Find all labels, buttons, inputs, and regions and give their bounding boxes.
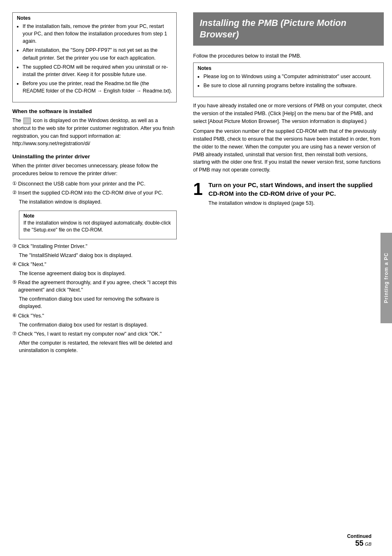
right-body-2: Compare the version number of the suppli… — [193, 127, 384, 174]
list-item: After installation, the "Sony DPP-FP97" … — [23, 46, 172, 61]
gb-label: GB — [365, 542, 371, 547]
install-header-title: Installing the PMB (Picture Motion Brows… — [200, 17, 377, 40]
step-num-2: ② — [12, 189, 17, 196]
note-text: If the installation window is not displa… — [23, 220, 172, 234]
side-tab: Printing from a PC — [380, 233, 392, 323]
step-3-sub: The "InstallShield Wizard" dialog box is… — [19, 252, 177, 259]
step-num-4: ④ — [12, 261, 17, 268]
when-installed-text: The icon is displayed on the Windows des… — [12, 117, 177, 148]
install-header-box: Installing the PMB (Picture Motion Brows… — [193, 12, 384, 46]
after-step6: The confirmation dialog box used for res… — [19, 321, 177, 329]
step-content-3: Click "Installing Printer Driver." — [18, 243, 177, 250]
large-step-1: 1 Turn on your PC, start Windows, and in… — [193, 181, 384, 207]
right-notes-list: Please log on to Windows using a "Comput… — [198, 73, 379, 89]
side-tab-text: Printing from a PC — [383, 253, 389, 303]
step-num-3: ③ — [12, 243, 17, 250]
list-item: Before you use the printer, read the Rea… — [23, 80, 172, 95]
right-notes-box: Notes Please log on to Windows using a "… — [193, 63, 384, 97]
left-column: Notes If the installation fails, remove … — [12, 12, 185, 544]
page-number-line: 55 GB — [347, 539, 371, 548]
step-content-5: Read the agreement thoroughly, and if yo… — [18, 279, 177, 294]
right-column: Installing the PMB (Picture Motion Brows… — [185, 12, 384, 544]
step-content-4: Click "Next." — [18, 261, 177, 268]
step-num-5: ⑤ — [12, 279, 17, 286]
step-num-7: ⑦ — [12, 330, 17, 337]
step-7: ⑦ Check "Yes, I want to restart my compu… — [12, 330, 177, 338]
page-footer: Continued 55 GB — [347, 533, 371, 548]
step-5: ⑤ Read the agreement thoroughly, and if … — [12, 279, 177, 294]
large-step-content-1: Turn on your PC, start Windows, and inse… — [208, 181, 384, 207]
step-2-sub: The installation window is displayed. — [19, 198, 177, 206]
notes-box: Notes If the installation fails, remove … — [12, 12, 177, 102]
step-content-6: Click "Yes." — [18, 312, 177, 320]
uninstall-intro: When the printer driver becomes unnecess… — [12, 162, 177, 178]
large-step-desc-1: The installation window is displayed (pa… — [208, 199, 384, 207]
software-icon — [23, 118, 31, 124]
main-content: Notes If the installation fails, remove … — [0, 0, 392, 556]
list-item: Be sure to close all running programs be… — [203, 82, 379, 89]
right-intro: Follow the procedures below to install t… — [193, 52, 384, 60]
list-item: The supplied CD-ROM will be required whe… — [23, 63, 172, 78]
step-3: ③ Click "Installing Printer Driver." — [12, 243, 177, 250]
step-num-6: ⑥ — [12, 312, 17, 319]
step-content-7: Check "Yes, I want to restart my compute… — [18, 330, 177, 338]
continued-label: Continued — [347, 533, 371, 539]
note-box: Note If the installation window is not d… — [19, 211, 177, 239]
page-number: 55 — [355, 539, 363, 547]
step-content-1: Disconnect the USB cable from your print… — [18, 180, 177, 188]
large-step-num-1: 1 — [193, 181, 203, 198]
notes-list: If the installation fails, remove the pr… — [17, 23, 172, 95]
list-item: If the installation fails, remove the pr… — [23, 23, 172, 45]
step-content-2: Insert the supplied CD-ROM into the CD-R… — [18, 189, 177, 197]
step-5-sub: The confirmation dialog box used for rem… — [19, 295, 177, 310]
when-installed-heading: When the software is installed — [12, 108, 177, 114]
uninstall-heading: Uninstalling the printer driver — [12, 153, 177, 160]
step-num-1: ① — [12, 180, 17, 187]
step-7-sub: After the computer is restarted, the rel… — [19, 339, 177, 354]
step-1: ① Disconnect the USB cable from your pri… — [12, 180, 177, 188]
step-4: ④ Click "Next." — [12, 261, 177, 268]
list-item: Please log on to Windows using a "Comput… — [203, 73, 379, 80]
step-4-sub: The license agreement dialog box is disp… — [19, 270, 177, 277]
right-notes-title: Notes — [198, 65, 379, 71]
page-wrapper: Notes If the installation fails, remove … — [0, 0, 392, 556]
step-2: ② Insert the supplied CD-ROM into the CD… — [12, 189, 177, 197]
right-body-1: If you have already installed one or mor… — [193, 102, 384, 125]
large-step-title-1: Turn on your PC, start Windows, and inse… — [208, 181, 384, 198]
step-6: ⑥ Click "Yes." — [12, 312, 177, 320]
note-title: Note — [23, 213, 172, 219]
notes-title: Notes — [17, 15, 172, 21]
